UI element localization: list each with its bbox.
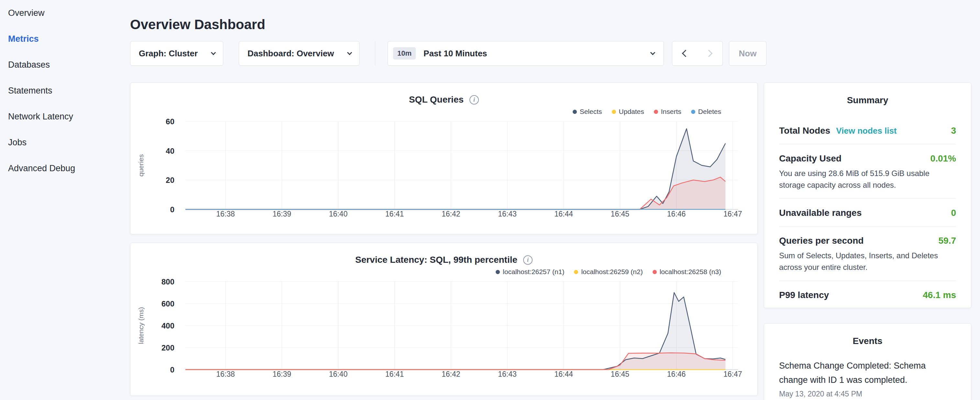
svg-text:16:46: 16:46 (667, 370, 686, 378)
svg-text:20: 20 (165, 176, 174, 185)
summary-value: 46.1 ms (923, 289, 956, 301)
sidebar-item-statements[interactable]: Statements (0, 78, 130, 104)
time-window-dropdown[interactable]: 10m Past 10 Minutes (388, 41, 664, 66)
svg-text:0: 0 (170, 365, 174, 374)
graph-scope-label: Graph: Cluster (139, 49, 198, 59)
legend-item: localhost:26259 (n2) (574, 268, 643, 276)
svg-text:16:47: 16:47 (724, 210, 742, 218)
svg-text:16:44: 16:44 (554, 370, 573, 378)
svg-text:16:42: 16:42 (442, 210, 460, 218)
sidebar-item-overview[interactable]: Overview (0, 0, 130, 26)
svg-text:400: 400 (161, 321, 174, 330)
svg-text:latency (ms): latency (ms) (137, 307, 145, 344)
svg-text:16:39: 16:39 (272, 370, 291, 378)
svg-text:60: 60 (165, 118, 174, 126)
svg-text:16:44: 16:44 (554, 210, 573, 218)
service-latency-chart-card: Service Latency: SQL, 99th percentile i … (130, 243, 758, 396)
view-nodes-list-link[interactable]: View nodes list (836, 126, 897, 136)
svg-text:16:38: 16:38 (216, 210, 235, 218)
graph-scope-dropdown[interactable]: Graph: Cluster (130, 41, 223, 66)
legend-dot-icon (496, 270, 500, 274)
legend-item: localhost:26258 (n3) (652, 268, 721, 276)
info-icon[interactable]: i (523, 255, 533, 265)
svg-text:200: 200 (161, 343, 174, 352)
svg-text:16:41: 16:41 (385, 370, 404, 378)
svg-text:16:45: 16:45 (611, 370, 630, 378)
legend-dot-icon (574, 270, 578, 274)
event-item-text: Schema Change Completed: Schema change w… (779, 359, 956, 387)
time-window-prev-button[interactable] (672, 41, 697, 66)
legend-label: Deletes (698, 108, 721, 116)
summary-description: You are using 28.6 MiB of 515.9 GiB usab… (779, 167, 956, 191)
page-title: Overview Dashboard (130, 17, 265, 32)
chart-title: SQL Queries (409, 94, 464, 105)
events-panel: Events Schema Change Completed: Schema c… (764, 323, 971, 400)
svg-text:16:41: 16:41 (385, 210, 404, 218)
now-button[interactable]: Now (729, 41, 767, 66)
sidebar-item-network-latency[interactable]: Network Latency (0, 104, 130, 129)
summary-label: Unavailable ranges (779, 207, 862, 219)
chevron-left-icon (682, 50, 689, 57)
summary-label: Capacity Used (779, 153, 842, 164)
summary-description: Sum of Selects, Updates, Inserts, and De… (779, 250, 956, 273)
svg-text:16:39: 16:39 (272, 210, 291, 218)
event-item-timestamp: May 13, 2020 at 4:45 PM (779, 390, 956, 398)
summary-row-total-nodes: Total Nodes View nodes list 3 (779, 116, 956, 144)
sidebar-item-databases[interactable]: Databases (0, 52, 130, 78)
svg-text:600: 600 (161, 300, 174, 308)
service-latency-chart: 020040060080016:3816:3916:4016:4116:4216… (130, 278, 757, 385)
svg-text:16:46: 16:46 (667, 210, 686, 218)
chevron-down-icon (650, 50, 655, 55)
chevron-down-icon (211, 50, 216, 55)
sidebar-item-metrics[interactable]: Metrics (0, 26, 130, 52)
events-title: Events (764, 335, 971, 347)
svg-text:16:40: 16:40 (329, 370, 348, 378)
legend-item: localhost:26257 (n1) (496, 268, 564, 276)
summary-value: 59.7 (939, 235, 956, 247)
legend-dot-icon (612, 110, 616, 114)
legend-label: localhost:26258 (n3) (660, 268, 721, 276)
svg-text:800: 800 (161, 278, 174, 286)
legend-dot-icon (652, 270, 657, 274)
svg-text:16:43: 16:43 (498, 210, 517, 218)
info-icon[interactable]: i (469, 95, 479, 105)
legend-dot-icon (654, 110, 658, 114)
summary-label: Total Nodes (779, 125, 830, 137)
svg-text:0: 0 (170, 205, 174, 214)
summary-row-capacity-used: Capacity Used 0.01% You are using 28.6 M… (779, 144, 956, 199)
time-window-label: Past 10 Minutes (423, 49, 487, 59)
svg-text:40: 40 (165, 147, 174, 155)
svg-text:16:42: 16:42 (442, 370, 460, 378)
sidebar-item-advanced-debug[interactable]: Advanced Debug (0, 155, 130, 181)
svg-text:16:38: 16:38 (216, 370, 235, 378)
legend-item: Inserts (654, 108, 681, 116)
sidebar-item-jobs[interactable]: Jobs (0, 129, 130, 155)
svg-text:queries: queries (137, 155, 145, 177)
dashboard-dropdown[interactable]: Dashboard: Overview (239, 41, 360, 66)
summary-label: Queries per second (779, 235, 864, 247)
sidebar: Overview Metrics Databases Statements Ne… (0, 0, 130, 181)
svg-text:16:43: 16:43 (498, 370, 517, 378)
chevron-right-icon (705, 50, 713, 57)
legend-item: Selects (573, 108, 602, 116)
chart-title: Service Latency: SQL, 99th percentile (355, 255, 517, 265)
chevron-down-icon (347, 50, 352, 55)
summary-row-queries-per-second: Queries per second 59.7 Sum of Selects, … (779, 226, 956, 281)
legend-label: Updates (619, 108, 644, 116)
legend-label: localhost:26257 (n1) (503, 268, 564, 276)
legend-label: Inserts (661, 108, 681, 116)
summary-row-p99-latency: P99 latency 46.1 ms (779, 281, 956, 308)
time-window-next-button[interactable] (697, 41, 723, 66)
legend-item: Deletes (691, 108, 721, 116)
summary-value: 3 (951, 125, 956, 137)
summary-panel: Summary Total Nodes View nodes list 3 Ca… (764, 83, 971, 308)
legend-dot-icon (573, 110, 577, 114)
svg-text:16:40: 16:40 (329, 210, 348, 218)
summary-value: 0.01% (931, 153, 956, 164)
legend-label: localhost:26259 (n2) (581, 268, 643, 276)
chart-legend: localhost:26257 (n1)localhost:26259 (n2)… (130, 267, 757, 277)
summary-label: P99 latency (779, 289, 829, 301)
legend-label: Selects (580, 108, 602, 116)
time-window-badge: 10m (393, 47, 416, 59)
summary-row-unavailable-ranges: Unavailable ranges 0 (779, 199, 956, 226)
